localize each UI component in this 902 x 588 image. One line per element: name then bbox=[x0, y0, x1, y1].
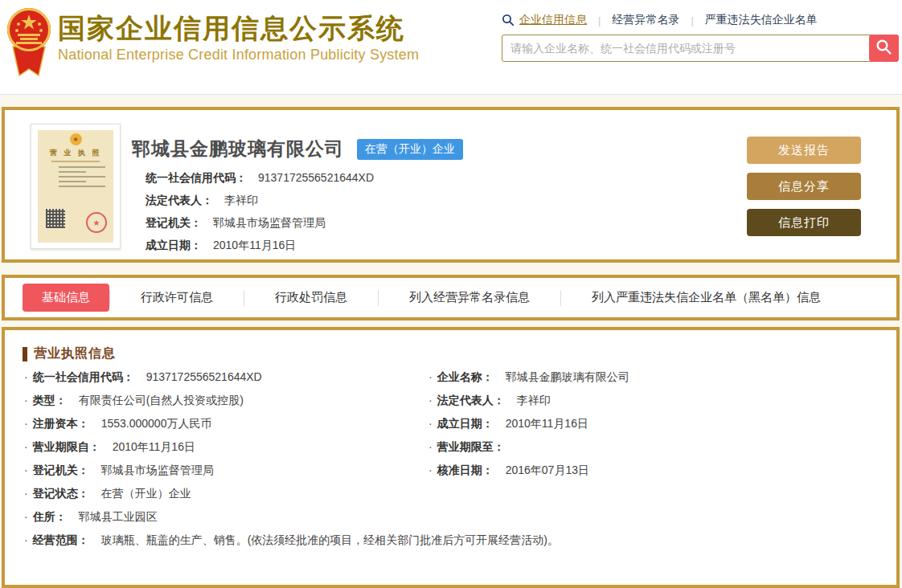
tab-separator bbox=[244, 290, 244, 306]
license-emblem-icon: ★ bbox=[70, 133, 82, 145]
license-text-line bbox=[59, 171, 86, 173]
section-title: 营业执照信息 bbox=[34, 345, 116, 362]
search-button[interactable] bbox=[869, 35, 899, 62]
tab-separator bbox=[560, 290, 561, 306]
site-title-en: National Enterprise Credit Information P… bbox=[58, 47, 419, 63]
license-red-seal-icon: ★ bbox=[86, 212, 107, 233]
tab-administrative-license[interactable]: 行政许可信息 bbox=[141, 290, 213, 305]
national-emblem-icon bbox=[6, 6, 51, 84]
action-buttons: 发送报告 信息分享 信息打印 bbox=[747, 137, 861, 236]
detail-row-address: ·住所：郓城县工业园区 bbox=[24, 505, 559, 529]
field-row-legal-rep: 法定代表人：李祥印 bbox=[146, 189, 374, 211]
site-title-cn: 国家企业信用信息公示系统 bbox=[58, 12, 419, 44]
section-header: 营业执照信息 bbox=[23, 345, 116, 362]
header-search-area: 企业信用信息 | 经营异常名录 | 严重违法失信企业名单 bbox=[502, 11, 900, 62]
company-summary-fields: 统一社会信用代码：9137172556521644XD 法定代表人：李祥印 登记… bbox=[146, 166, 374, 256]
tab-administrative-penalty[interactable]: 行政处罚信息 bbox=[275, 290, 347, 305]
detail-row-term-to: ·营业期限至： bbox=[428, 435, 629, 459]
company-summary-card: ★ 营 业 执 照 ★ 郓城县金鹏玻璃有限公司 在营（开业）企业 统一社会信用代… bbox=[2, 107, 900, 263]
business-license-document: ★ 营 业 执 照 ★ bbox=[38, 130, 113, 243]
page-root: 国家企业信用信息公示系统 National Enterprise Credit … bbox=[0, 0, 902, 588]
license-subtitle-line bbox=[51, 161, 100, 162]
site-header: 国家企业信用信息公示系统 National Enterprise Credit … bbox=[0, 0, 902, 95]
site-logo-link[interactable]: 国家企业信用信息公示系统 National Enterprise Credit … bbox=[6, 4, 457, 80]
tab-separator bbox=[378, 290, 379, 306]
field-row-credit-code: 统一社会信用代码：9137172556521644XD bbox=[146, 166, 374, 189]
detail-row-legal-rep: ·法定代表人：李祥印 bbox=[428, 389, 629, 412]
search-input[interactable] bbox=[502, 35, 899, 62]
detail-row-business-scope: ·经营范围：玻璃瓶、瓶盖的生产、销售。(依法须经批准的项目，经相关部门批准后方可… bbox=[24, 529, 559, 552]
license-qr-code-icon bbox=[46, 209, 65, 228]
license-text-line bbox=[59, 181, 86, 182]
search-icon bbox=[502, 14, 515, 27]
business-license-info-card: 营业执照信息 ·统一社会信用代码：9137172556521644XD ·类型：… bbox=[2, 327, 900, 588]
site-titles: 国家企业信用信息公示系统 National Enterprise Credit … bbox=[58, 12, 419, 63]
print-info-button[interactable]: 信息打印 bbox=[747, 209, 861, 236]
search-type-tabs: 企业信用信息 | 经营异常名录 | 严重违法失信企业名单 bbox=[502, 11, 900, 29]
share-info-button[interactable]: 信息分享 bbox=[747, 173, 861, 200]
send-report-button[interactable]: 发送报告 bbox=[747, 137, 861, 164]
detail-right-column: ·企业名称：郓城县金鹏玻璃有限公司 ·法定代表人：李祥印 ·成立日期：2010年… bbox=[428, 365, 629, 482]
search-tab-enterprise-credit[interactable]: 企业信用信息 bbox=[519, 13, 587, 27]
tab-abnormal-operations[interactable]: 列入经营异常名录信息 bbox=[409, 290, 530, 305]
field-row-registration-authority: 登记机关：郓城县市场监督管理局 bbox=[146, 211, 374, 234]
tab-basic-info[interactable]: 基础信息 bbox=[23, 284, 109, 312]
license-text-line bbox=[59, 186, 105, 187]
company-header-row: 郓城县金鹏玻璃有限公司 在营（开业）企业 bbox=[132, 137, 463, 161]
company-name: 郓城县金鹏玻璃有限公司 bbox=[132, 137, 344, 161]
search-tab-separator: | bbox=[598, 14, 601, 27]
section-marker-bar bbox=[23, 347, 27, 361]
search-tab-separator: | bbox=[691, 14, 693, 27]
detail-row-establish-date: ·成立日期：2010年11月16日 bbox=[428, 412, 629, 435]
detail-row-company-name: ·企业名称：郓城县金鹏玻璃有限公司 bbox=[428, 365, 629, 389]
license-text-line bbox=[59, 166, 105, 168]
business-license-thumbnail: ★ 营 业 执 照 ★ bbox=[31, 124, 121, 249]
field-row-establish-date: 成立日期：2010年11月16日 bbox=[146, 234, 374, 256]
search-tab-abnormal-list[interactable]: 经营异常名录 bbox=[612, 13, 679, 27]
search-button-icon bbox=[875, 39, 892, 58]
detail-row-registration-status: ·登记状态：在营（开业）企业 bbox=[24, 482, 559, 505]
info-tab-bar: 基础信息 行政许可信息 行政处罚信息 列入经营异常名录信息 列入严重违法失信企业… bbox=[2, 275, 900, 321]
license-text-line bbox=[59, 176, 105, 178]
detail-row-approval-date: ·核准日期：2016年07月13日 bbox=[428, 459, 629, 482]
search-box bbox=[502, 35, 899, 62]
search-tab-blacklist[interactable]: 严重违法失信企业名单 bbox=[705, 13, 818, 27]
tab-blacklist-info[interactable]: 列入严重违法失信企业名单（黑名单）信息 bbox=[592, 290, 821, 305]
tab-separator bbox=[109, 290, 110, 306]
status-badge: 在营（开业）企业 bbox=[357, 139, 463, 160]
license-title: 营 业 执 照 bbox=[38, 148, 113, 158]
